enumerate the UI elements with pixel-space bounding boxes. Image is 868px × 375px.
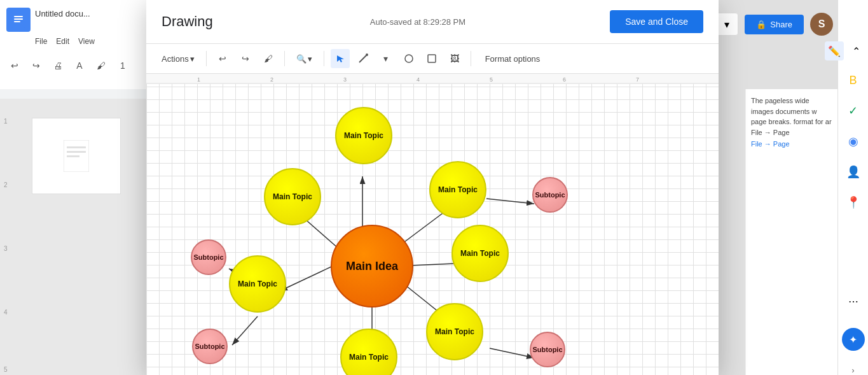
svg-rect-7 — [67, 155, 79, 157]
share-button[interactable]: 🔒 Share — [745, 15, 804, 34]
menu-edit[interactable]: Edit — [56, 37, 69, 46]
sep-4 — [471, 51, 471, 66]
sep-1 — [206, 51, 207, 66]
svg-rect-1 — [14, 16, 23, 17]
more-options-btn[interactable]: ▾ — [715, 13, 738, 36]
node-topic-2[interactable]: Main Topic — [335, 107, 392, 164]
zoom-icon: 🔍 — [296, 54, 307, 64]
right-panel: The pageless wide images documents w pag… — [745, 89, 837, 375]
zoom-chevron: ▾ — [308, 54, 312, 64]
node-topic-5[interactable]: Main Topic — [426, 303, 483, 360]
line-dropdown[interactable]: ▾ — [376, 49, 396, 68]
spellcheck-icon[interactable]: A — [71, 57, 88, 74]
gdocs-topbar: Untitled docu... File Edit View ↩ ↪ 🖨 A … — [0, 0, 149, 89]
svg-rect-11 — [428, 55, 436, 62]
sidebar-ai-btn[interactable]: ✦ — [842, 328, 865, 351]
actions-chevron: ▾ — [190, 54, 195, 64]
svg-point-10 — [405, 55, 413, 62]
page-num-2: 2 — [4, 181, 8, 188]
sidebar-icon-1[interactable]: B — [843, 70, 864, 90]
paintformat-icon[interactable]: 🖌 — [93, 57, 109, 74]
gdocs-menu: File Edit View — [35, 37, 95, 46]
doc-title[interactable]: Untitled docu... — [35, 9, 90, 18]
main-idea-label: Main Idea — [346, 260, 398, 273]
svg-rect-3 — [14, 21, 20, 22]
node-subtopic-1[interactable]: Subtopic — [191, 239, 226, 275]
page-num-5: 5 — [4, 366, 8, 373]
svg-line-30 — [232, 316, 258, 345]
node-main-idea[interactable]: Main Idea — [331, 225, 413, 308]
redo-icon[interactable]: ↪ — [28, 57, 45, 74]
save-close-button[interactable]: Save and Close — [610, 10, 703, 33]
shape-tool-btn[interactable] — [399, 49, 418, 68]
sep-2 — [284, 51, 285, 66]
svg-text:2: 2 — [270, 76, 273, 83]
modal-toolbar: Actions ▾ ↩ ↪ 🖌 🔍 ▾ ▾ 🖼 Format options — [146, 44, 719, 74]
left-doc-area: 1 2 3 4 5 — [0, 99, 149, 375]
textbox-tool-btn[interactable] — [422, 49, 441, 68]
svg-text:1: 1 — [197, 76, 200, 83]
ruler-top: 1 2 3 4 5 6 7 — [146, 74, 719, 84]
svg-line-28 — [280, 265, 334, 291]
node-topic-4[interactable]: Main Topic — [451, 225, 509, 282]
svg-rect-12 — [146, 74, 719, 84]
zoom-icon[interactable]: 1 — [114, 57, 131, 74]
node-topic-3[interactable]: Main Topic — [429, 161, 486, 218]
doc-preview — [32, 118, 121, 194]
paintformat-btn[interactable]: 🖌 — [259, 49, 278, 68]
page-num-3: 3 — [4, 245, 8, 252]
modal-canvas[interactable]: 1 2 3 4 5 6 7 — [146, 74, 719, 375]
page-num-4: 4 — [4, 309, 8, 316]
node-topic-1[interactable]: Main Topic — [264, 168, 321, 225]
redo-btn[interactable]: ↪ — [236, 49, 255, 68]
left-toolbar: Untitled docu... File Edit View ↩ ↪ 🖨 A … — [0, 0, 149, 375]
gdocs-toolbar2: ↩ ↪ 🖨 A 🖌 1 — [6, 57, 131, 74]
menu-view[interactable]: View — [78, 37, 95, 46]
line-tool-btn[interactable] — [354, 49, 373, 68]
modal-header-center: Auto-saved at 8:29:28 PM — [357, 17, 465, 27]
svg-text:7: 7 — [636, 76, 639, 83]
svg-text:3: 3 — [343, 76, 347, 83]
drawing-modal: Drawing Auto-saved at 8:29:28 PM Save an… — [146, 0, 719, 375]
sidebar-icon-maps[interactable]: 📍 — [843, 192, 864, 213]
zoom-btn[interactable]: 🔍 ▾ — [291, 52, 317, 66]
edit-pencil-btn[interactable]: ✏️ — [825, 41, 844, 60]
undo-btn[interactable]: ↩ — [213, 49, 232, 68]
node-subtopic-2[interactable]: Subtopic — [192, 329, 228, 364]
svg-rect-2 — [14, 18, 23, 20]
expand-btn[interactable]: ⌃ — [846, 41, 865, 60]
svg-line-8 — [359, 55, 367, 62]
svg-line-32 — [490, 348, 534, 358]
select-tool-btn[interactable] — [331, 49, 350, 68]
sep-3 — [324, 51, 324, 66]
sidebar-expand-btn[interactable]: › — [852, 366, 855, 375]
svg-point-9 — [366, 53, 368, 56]
user-avatar[interactable]: S — [810, 13, 833, 36]
image-tool-btn[interactable]: 🖼 — [445, 49, 464, 68]
sidebar-icon-people[interactable]: 👤 — [843, 162, 864, 182]
undo-icon[interactable]: ↩ — [6, 57, 23, 74]
right-sidebar: ✏️ ⌃ B ✓ ◉ 👤 📍 ⋯ ✦ › — [837, 0, 868, 375]
autosave-text: Auto-saved at 8:29:28 PM — [370, 17, 465, 27]
modal-header: Drawing Auto-saved at 8:29:28 PM Save an… — [146, 0, 719, 44]
node-subtopic-3[interactable]: Subtopic — [532, 177, 568, 213]
sidebar-more-btn[interactable]: ⋯ — [848, 295, 858, 308]
modal-title: Drawing — [162, 13, 213, 30]
node-subtopic-4[interactable]: Subtopic — [530, 332, 565, 367]
format-options-btn[interactable]: Format options — [478, 52, 548, 66]
docs-logo — [6, 8, 31, 32]
right-panel-text: The pageless wide images documents w pag… — [751, 96, 832, 138]
top-sidebar-area: ✏️ ⌃ — [825, 41, 865, 60]
sidebar-icon-tasks[interactable]: ✓ — [843, 101, 864, 121]
print-icon[interactable]: 🖨 — [50, 57, 66, 74]
node-topic-7[interactable]: Main Topic — [229, 255, 286, 313]
lock-icon: 🔒 — [756, 20, 766, 29]
top-right-area: ▾ 🔒 Share S — [715, 13, 833, 36]
svg-text:6: 6 — [563, 76, 566, 83]
sidebar-icon-calendar[interactable]: ◉ — [843, 131, 864, 152]
menu-file[interactable]: File — [35, 37, 47, 46]
svg-rect-6 — [67, 151, 86, 153]
actions-dropdown[interactable]: Actions ▾ — [156, 52, 200, 66]
right-panel-link[interactable]: File → Page — [751, 140, 832, 148]
page-num-1: 1 — [4, 118, 8, 125]
